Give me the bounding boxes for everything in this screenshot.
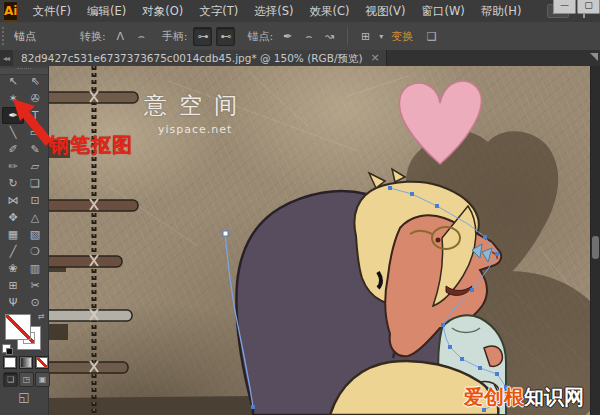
document-title: 82d9427c531e6737373675c0014cdb45.jpg* @ … <box>21 50 363 66</box>
annotation-arrow-icon <box>13 99 57 147</box>
zoom-tool[interactable]: ⊙ <box>24 294 46 311</box>
convert-label: 转换: <box>80 29 106 44</box>
annotation-text: 钢笔抠图 <box>49 132 133 159</box>
none-button[interactable] <box>35 356 49 369</box>
show-handles-icon[interactable]: ⊶ <box>193 27 212 46</box>
menu-select[interactable]: 选择(S) <box>246 0 301 22</box>
mesh-tool[interactable]: ▦ <box>2 226 24 243</box>
column-graph-tool[interactable]: ▥ <box>24 260 46 277</box>
divider <box>347 27 348 45</box>
maximize-button[interactable]: ▢ <box>577 0 600 14</box>
collapse-panel-icon[interactable]: ◂◂ <box>3 54 9 63</box>
chevron-down-icon[interactable]: ▾ <box>379 32 383 41</box>
draw-normal-mode-button[interactable]: ❏ <box>3 372 18 387</box>
selection-tool[interactable]: ↖ <box>2 73 24 90</box>
scale-tool[interactable]: ❏ <box>24 175 46 192</box>
vertical-scrollbar[interactable] <box>590 66 600 415</box>
document-tab[interactable]: 82d9427c531e6737373675c0014cdb45.jpg* @ … <box>13 50 387 66</box>
draw-behind-mode-button[interactable]: ◳ <box>19 372 34 387</box>
scrollbar-thumb[interactable] <box>592 236 599 259</box>
blob-brush-tool[interactable]: ✏ <box>2 158 24 175</box>
watermark-title: 意空间 <box>144 90 249 121</box>
menu-window[interactable]: 窗口(W) <box>413 0 472 22</box>
control-bar: 锚点 转换: Λ ⌢ 手柄: ⊶ ⊷ 锚点: ✒ ⌢ ↝ ⊞ ▾ 变换 ❑ <box>0 22 600 51</box>
transform-link[interactable]: 变换 <box>391 29 413 44</box>
panel-grip[interactable] <box>2 27 8 45</box>
gradient-tool[interactable]: ▧ <box>24 226 46 243</box>
footer-watermark-right: 知识网 <box>524 385 584 409</box>
menu-object[interactable]: 对象(O) <box>134 0 191 22</box>
canvas-area[interactable]: 意空间 yispace.net 爱创根知识网 <box>48 66 590 415</box>
footer-watermark-left: 爱创根 <box>464 385 524 409</box>
width-tool[interactable]: ⋈ <box>2 192 24 209</box>
default-fill-stroke-icon[interactable] <box>2 344 11 353</box>
fill-swatch-none[interactable] <box>5 314 31 340</box>
symbol-sprayer-tool[interactable]: ❀ <box>2 260 24 277</box>
menu-view[interactable]: 视图(V) <box>358 0 414 22</box>
hide-handles-icon[interactable]: ⊷ <box>216 27 235 46</box>
menu-effect[interactable]: 效果(C) <box>302 0 358 22</box>
draw-inside-mode-button[interactable]: ▣ <box>35 372 50 387</box>
artwork-image <box>48 66 590 415</box>
perspective-grid-tool[interactable]: △ <box>24 209 46 226</box>
document-tab-bar: ◂◂ 82d9427c531e6737373675c0014cdb45.jpg*… <box>0 50 600 67</box>
slice-tool[interactable]: ✂ <box>24 277 46 294</box>
watermark-url: yispace.net <box>158 123 232 136</box>
shape-builder-tool[interactable]: ✥ <box>2 209 24 226</box>
menu-edit[interactable]: 编辑(E) <box>79 0 134 22</box>
free-transform-tool[interactable]: ⊡ <box>24 192 46 209</box>
gradient-button[interactable] <box>19 356 33 369</box>
fill-stroke-indicator: ⇄ <box>0 312 48 356</box>
screen-mode-button[interactable]: ◱ <box>13 390 35 405</box>
footer-watermark: 爱创根知识网 <box>464 384 584 411</box>
control-panel-title: 锚点 <box>14 29 36 44</box>
cut-path-icon[interactable]: ↝ <box>321 28 338 45</box>
artboard-tool[interactable]: ⊞ <box>2 277 24 294</box>
eyedropper-tool[interactable]: ╱ <box>2 243 24 260</box>
align-icon[interactable]: ⊞ <box>357 28 374 45</box>
panel-corner-icon <box>590 53 598 61</box>
bounding-box-icon[interactable]: ❑ <box>423 28 440 45</box>
menu-bar: Ai 文件(F) 编辑(E) 对象(O) 文字(T) 选择(S) 效果(C) 视… <box>0 0 600 23</box>
close-icon[interactable]: × <box>371 50 380 66</box>
delete-anchor-icon[interactable]: ✒ <box>279 28 296 45</box>
convert-to-smooth-icon[interactable]: ⌢ <box>133 28 150 45</box>
direct-selection-tool[interactable]: ⇖ <box>24 73 46 90</box>
hand-tool[interactable]: Ψ <box>2 294 24 311</box>
round-corner-icon[interactable]: ⌢ <box>300 28 317 45</box>
rotate-tool[interactable]: ↻ <box>2 175 24 192</box>
blend-tool[interactable]: ❍ <box>24 243 46 260</box>
anchors-label: 锚点: <box>247 29 273 44</box>
swap-fill-stroke-icon[interactable]: ⇄ <box>38 312 45 321</box>
menu-file[interactable]: 文件(F) <box>24 0 79 22</box>
convert-to-corner-icon[interactable]: Λ <box>112 28 129 45</box>
menu-type[interactable]: 文字(T) <box>191 0 246 22</box>
minimize-button[interactable]: — <box>553 0 576 14</box>
handles-label: 手柄: <box>162 29 188 44</box>
color-button[interactable] <box>3 356 17 369</box>
app-logo-icon: Ai <box>3 1 18 21</box>
menu-help[interactable]: 帮助(H) <box>473 0 530 22</box>
eraser-tool[interactable]: ▱ <box>24 158 46 175</box>
